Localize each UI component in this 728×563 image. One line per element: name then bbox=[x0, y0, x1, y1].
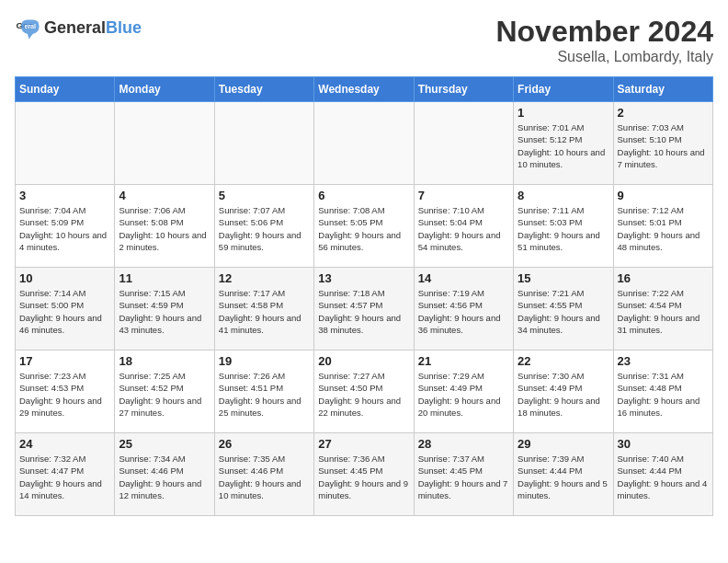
calendar-day-cell: 21Sunrise: 7:29 AM Sunset: 4:49 PM Dayli… bbox=[414, 350, 513, 433]
day-info: Sunrise: 7:23 AM Sunset: 4:53 PM Dayligh… bbox=[19, 370, 110, 419]
calendar-week-row: 10Sunrise: 7:14 AM Sunset: 5:00 PM Dayli… bbox=[16, 268, 713, 350]
day-info: Sunrise: 7:25 AM Sunset: 4:52 PM Dayligh… bbox=[119, 370, 210, 419]
day-info: Sunrise: 7:32 AM Sunset: 4:47 PM Dayligh… bbox=[19, 453, 110, 501]
calendar-day-cell: 28Sunrise: 7:37 AM Sunset: 4:45 PM Dayli… bbox=[414, 433, 513, 516]
day-number: 19 bbox=[219, 354, 310, 368]
day-info: Sunrise: 7:04 AM Sunset: 5:09 PM Dayligh… bbox=[19, 204, 110, 253]
calendar-header-row: SundayMondayTuesdayWednesdayThursdayFrid… bbox=[16, 77, 713, 102]
day-number: 27 bbox=[318, 437, 409, 451]
day-of-week-header: Friday bbox=[514, 77, 613, 102]
calendar-day-cell: 7Sunrise: 7:10 AM Sunset: 5:04 PM Daylig… bbox=[414, 185, 513, 268]
day-number: 12 bbox=[219, 271, 310, 285]
month-year-title: November 2024 bbox=[495, 15, 713, 49]
logo-icon: Gen eral bbox=[15, 15, 40, 40]
day-info: Sunrise: 7:15 AM Sunset: 4:59 PM Dayligh… bbox=[119, 287, 210, 336]
day-info: Sunrise: 7:18 AM Sunset: 4:57 PM Dayligh… bbox=[318, 287, 409, 336]
day-info: Sunrise: 7:01 AM Sunset: 5:12 PM Dayligh… bbox=[518, 121, 609, 170]
day-number: 15 bbox=[518, 271, 609, 285]
calendar-day-cell: 16Sunrise: 7:22 AM Sunset: 4:54 PM Dayli… bbox=[613, 268, 712, 350]
calendar-day-cell: 4Sunrise: 7:06 AM Sunset: 5:08 PM Daylig… bbox=[115, 185, 214, 268]
calendar-week-row: 24Sunrise: 7:32 AM Sunset: 4:47 PM Dayli… bbox=[16, 433, 713, 516]
calendar-day-cell: 12Sunrise: 7:17 AM Sunset: 4:58 PM Dayli… bbox=[214, 268, 313, 350]
day-of-week-header: Wednesday bbox=[314, 77, 414, 102]
calendar-day-cell: 18Sunrise: 7:25 AM Sunset: 4:52 PM Dayli… bbox=[115, 350, 214, 433]
day-number: 25 bbox=[119, 437, 210, 451]
calendar-day-cell: 13Sunrise: 7:18 AM Sunset: 4:57 PM Dayli… bbox=[314, 268, 414, 350]
day-of-week-header: Monday bbox=[115, 77, 214, 102]
calendar-day-cell bbox=[115, 102, 214, 185]
day-info: Sunrise: 7:34 AM Sunset: 4:46 PM Dayligh… bbox=[119, 453, 210, 501]
day-info: Sunrise: 7:40 AM Sunset: 4:44 PM Dayligh… bbox=[618, 453, 709, 501]
day-number: 4 bbox=[119, 189, 210, 202]
day-info: Sunrise: 7:06 AM Sunset: 5:08 PM Dayligh… bbox=[119, 204, 210, 253]
calendar-day-cell: 8Sunrise: 7:11 AM Sunset: 5:03 PM Daylig… bbox=[514, 185, 613, 268]
day-number: 23 bbox=[618, 354, 709, 368]
day-number: 10 bbox=[19, 271, 110, 285]
day-info: Sunrise: 7:21 AM Sunset: 4:55 PM Dayligh… bbox=[518, 287, 609, 336]
day-number: 28 bbox=[418, 437, 509, 451]
calendar-day-cell: 24Sunrise: 7:32 AM Sunset: 4:47 PM Dayli… bbox=[16, 433, 115, 516]
day-info: Sunrise: 7:14 AM Sunset: 5:00 PM Dayligh… bbox=[19, 287, 110, 336]
day-info: Sunrise: 7:26 AM Sunset: 4:51 PM Dayligh… bbox=[219, 370, 310, 419]
day-info: Sunrise: 7:07 AM Sunset: 5:06 PM Dayligh… bbox=[219, 204, 310, 253]
day-number: 16 bbox=[618, 271, 709, 285]
day-number: 17 bbox=[19, 354, 110, 368]
day-info: Sunrise: 7:29 AM Sunset: 4:49 PM Dayligh… bbox=[418, 370, 509, 419]
calendar-day-cell: 17Sunrise: 7:23 AM Sunset: 4:53 PM Dayli… bbox=[16, 350, 115, 433]
title-area: November 2024 Susella, Lombardy, Italy bbox=[495, 15, 713, 65]
day-of-week-header: Sunday bbox=[16, 77, 115, 102]
calendar-day-cell: 23Sunrise: 7:31 AM Sunset: 4:48 PM Dayli… bbox=[613, 350, 712, 433]
calendar-week-row: 1Sunrise: 7:01 AM Sunset: 5:12 PM Daylig… bbox=[16, 102, 713, 185]
day-number: 7 bbox=[418, 189, 509, 202]
day-number: 29 bbox=[518, 437, 609, 451]
calendar-week-row: 3Sunrise: 7:04 AM Sunset: 5:09 PM Daylig… bbox=[16, 185, 713, 268]
calendar-week-row: 17Sunrise: 7:23 AM Sunset: 4:53 PM Dayli… bbox=[16, 350, 713, 433]
day-info: Sunrise: 7:17 AM Sunset: 4:58 PM Dayligh… bbox=[219, 287, 310, 336]
calendar-day-cell: 20Sunrise: 7:27 AM Sunset: 4:50 PM Dayli… bbox=[314, 350, 414, 433]
day-info: Sunrise: 7:22 AM Sunset: 4:54 PM Dayligh… bbox=[618, 287, 709, 336]
calendar-day-cell: 30Sunrise: 7:40 AM Sunset: 4:44 PM Dayli… bbox=[613, 433, 712, 516]
day-of-week-header: Thursday bbox=[414, 77, 513, 102]
day-number: 9 bbox=[618, 189, 709, 202]
calendar-day-cell: 26Sunrise: 7:35 AM Sunset: 4:46 PM Dayli… bbox=[214, 433, 313, 516]
day-number: 8 bbox=[518, 189, 609, 202]
day-info: Sunrise: 7:31 AM Sunset: 4:48 PM Dayligh… bbox=[618, 370, 709, 419]
calendar-day-cell: 9Sunrise: 7:12 AM Sunset: 5:01 PM Daylig… bbox=[613, 185, 712, 268]
calendar-day-cell: 29Sunrise: 7:39 AM Sunset: 4:44 PM Dayli… bbox=[514, 433, 613, 516]
day-number: 20 bbox=[318, 354, 409, 368]
day-number: 14 bbox=[418, 271, 509, 285]
day-info: Sunrise: 7:39 AM Sunset: 4:44 PM Dayligh… bbox=[518, 453, 609, 501]
calendar-day-cell: 19Sunrise: 7:26 AM Sunset: 4:51 PM Dayli… bbox=[214, 350, 313, 433]
day-number: 24 bbox=[19, 437, 110, 451]
calendar-day-cell: 6Sunrise: 7:08 AM Sunset: 5:05 PM Daylig… bbox=[314, 185, 414, 268]
day-number: 26 bbox=[219, 437, 310, 451]
calendar-day-cell: 3Sunrise: 7:04 AM Sunset: 5:09 PM Daylig… bbox=[16, 185, 115, 268]
day-info: Sunrise: 7:37 AM Sunset: 4:45 PM Dayligh… bbox=[418, 453, 509, 501]
logo-text: GeneralBlue bbox=[44, 18, 142, 38]
day-number: 21 bbox=[418, 354, 509, 368]
day-number: 2 bbox=[618, 106, 709, 120]
calendar-day-cell: 11Sunrise: 7:15 AM Sunset: 4:59 PM Dayli… bbox=[115, 268, 214, 350]
calendar-day-cell bbox=[414, 102, 513, 185]
day-info: Sunrise: 7:11 AM Sunset: 5:03 PM Dayligh… bbox=[518, 204, 609, 253]
day-number: 30 bbox=[618, 437, 709, 451]
day-info: Sunrise: 7:30 AM Sunset: 4:49 PM Dayligh… bbox=[518, 370, 609, 419]
day-number: 22 bbox=[518, 354, 609, 368]
day-number: 5 bbox=[219, 189, 310, 202]
calendar-day-cell bbox=[314, 102, 414, 185]
day-number: 1 bbox=[518, 106, 609, 120]
location-subtitle: Susella, Lombardy, Italy bbox=[495, 49, 713, 65]
calendar-day-cell: 14Sunrise: 7:19 AM Sunset: 4:56 PM Dayli… bbox=[414, 268, 513, 350]
calendar-day-cell: 5Sunrise: 7:07 AM Sunset: 5:06 PM Daylig… bbox=[214, 185, 313, 268]
day-info: Sunrise: 7:10 AM Sunset: 5:04 PM Dayligh… bbox=[418, 204, 509, 253]
day-of-week-header: Saturday bbox=[613, 77, 712, 102]
day-number: 13 bbox=[318, 271, 409, 285]
day-number: 3 bbox=[19, 189, 110, 202]
day-info: Sunrise: 7:12 AM Sunset: 5:01 PM Dayligh… bbox=[618, 204, 709, 253]
calendar-day-cell: 10Sunrise: 7:14 AM Sunset: 5:00 PM Dayli… bbox=[16, 268, 115, 350]
day-info: Sunrise: 7:35 AM Sunset: 4:46 PM Dayligh… bbox=[219, 453, 310, 501]
logo: Gen eral GeneralBlue bbox=[15, 15, 142, 40]
calendar-day-cell: 1Sunrise: 7:01 AM Sunset: 5:12 PM Daylig… bbox=[514, 102, 613, 185]
calendar-table: SundayMondayTuesdayWednesdayThursdayFrid… bbox=[15, 76, 713, 516]
day-number: 6 bbox=[318, 189, 409, 202]
